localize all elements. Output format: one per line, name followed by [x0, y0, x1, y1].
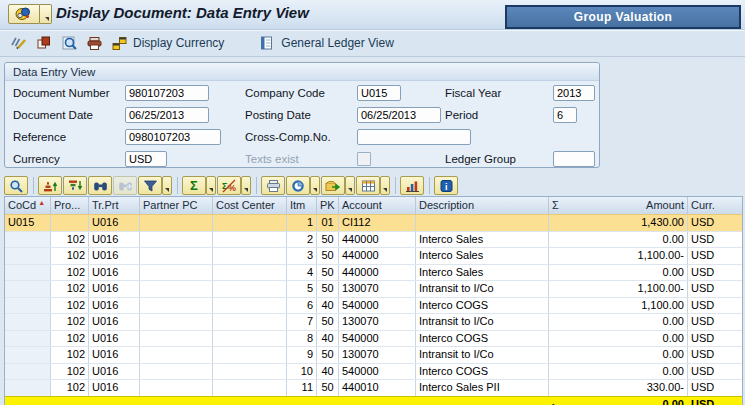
- col-header-cocd[interactable]: CoCd▲: [5, 197, 51, 214]
- cell-curr: USD: [688, 347, 731, 363]
- group-valuation-button[interactable]: Group Valuation: [505, 5, 741, 29]
- reference-field[interactable]: [125, 129, 221, 145]
- table-row[interactable]: 102U016640540000Interco COGS1,100.00USD: [5, 297, 742, 314]
- cell-cost-center: [213, 281, 287, 297]
- filter-button[interactable]: [138, 176, 162, 195]
- general-ledger-icon[interactable]: [256, 33, 278, 53]
- cell-itm: 6: [287, 298, 317, 314]
- cell-itm: 2: [287, 232, 317, 248]
- filter-icon: [143, 179, 158, 193]
- sort-ascending-button[interactable]: [38, 176, 62, 195]
- display-change-icon[interactable]: [8, 33, 30, 53]
- texts-exist-label: Texts exist: [245, 153, 299, 165]
- table-row[interactable]: 102U016350440000Interco Sales1,100.00-US…: [5, 247, 742, 264]
- layout-dropdown[interactable]: [380, 176, 390, 195]
- cell-partner-pc: [140, 347, 213, 363]
- export-dropdown[interactable]: [345, 176, 355, 195]
- document-date-field[interactable]: [125, 107, 209, 123]
- find-button[interactable]: [88, 176, 112, 195]
- cell-pk: 40: [317, 364, 339, 380]
- general-ledger-view-button[interactable]: General Ledger View: [281, 36, 394, 50]
- company-code-field[interactable]: [357, 85, 401, 101]
- export-button[interactable]: [321, 176, 345, 195]
- table-row[interactable]: 102U016550130070Intransit to I/Co1,100.0…: [5, 280, 742, 297]
- subtotal-button[interactable]: Σ %: [217, 176, 241, 195]
- print-icon[interactable]: [83, 33, 105, 53]
- other-document-icon[interactable]: [33, 33, 55, 53]
- ledger-group-field[interactable]: [553, 151, 595, 167]
- table-row[interactable]: 102U016950130070Intransit to I/Co0.00USD: [5, 346, 742, 363]
- cell-pk: 50: [317, 314, 339, 330]
- total-row: ▪ 0.00 USD: [5, 396, 742, 405]
- cell-itm: 9: [287, 347, 317, 363]
- views-dropdown[interactable]: [310, 176, 320, 195]
- cell-cost-center: [213, 347, 287, 363]
- cell-pro: 102: [51, 232, 89, 248]
- cell-cocd: [5, 232, 51, 248]
- total-currency: USD: [688, 397, 731, 405]
- cell-curr: USD: [688, 232, 731, 248]
- detail-button[interactable]: [4, 176, 28, 195]
- cross-comp-no-field[interactable]: [357, 129, 471, 145]
- cell-itm: 8: [287, 331, 317, 347]
- sigma-symbol: Σ: [552, 197, 559, 214]
- display-currency-button[interactable]: Display Currency: [133, 36, 224, 50]
- posting-date-field[interactable]: [357, 107, 441, 123]
- sort-descending-button[interactable]: [63, 176, 87, 195]
- fiscal-year-field[interactable]: [553, 85, 595, 101]
- currency-field[interactable]: [125, 151, 167, 167]
- cell-pk: 50: [317, 380, 339, 396]
- window-icon-dropdown[interactable]: [40, 4, 52, 24]
- document-number-field[interactable]: [125, 85, 209, 101]
- col-header-pk[interactable]: PK: [317, 197, 339, 214]
- table-row[interactable]: 102U016840540000Interco COGS0.00USD: [5, 330, 742, 347]
- svg-text:i: i: [445, 181, 448, 191]
- table-row[interactable]: 102U016450440000Interco Sales0.00USD: [5, 264, 742, 281]
- table-row[interactable]: 102U016250440000Interco Sales0.00USD: [5, 231, 742, 248]
- total-dropdown[interactable]: [206, 176, 216, 195]
- layout-button[interactable]: [356, 176, 380, 195]
- cell-description: Interco Sales: [416, 232, 549, 248]
- subtotal-dropdown[interactable]: [241, 176, 251, 195]
- views-icon: [291, 179, 306, 193]
- table-row[interactable]: 102U016750130070Intransit to I/Co0.00USD: [5, 313, 742, 330]
- col-header-partner-pc[interactable]: Partner PC: [140, 197, 213, 214]
- graphic-button[interactable]: [400, 176, 424, 195]
- cell-amount: 0.00: [549, 232, 688, 248]
- cell-account: 540000: [339, 298, 416, 314]
- cell-description: Intransit to I/Co: [416, 281, 549, 297]
- filter-dropdown[interactable]: [162, 176, 172, 195]
- col-header-trprt[interactable]: Tr.Prt: [89, 197, 140, 214]
- col-header-cost-center[interactable]: Cost Center: [213, 197, 287, 214]
- print-button[interactable]: [261, 176, 285, 195]
- col-header-itm[interactable]: Itm: [287, 197, 317, 214]
- total-amount: 0.00: [663, 397, 684, 405]
- data-entry-view-panel: Data Entry View Document Number Company …: [4, 62, 600, 168]
- svg-text:%: %: [228, 183, 236, 193]
- dropdown-arrow-icon: [383, 188, 387, 192]
- dropdown-arrow-icon: [209, 188, 213, 192]
- views-button[interactable]: [286, 176, 310, 195]
- table-row[interactable]: U015U016101CI1121,430.00USD: [5, 214, 742, 231]
- col-header-description[interactable]: Description: [416, 197, 549, 214]
- display-currency-icon[interactable]: [108, 33, 130, 53]
- currency-label: Currency: [13, 153, 60, 165]
- display-document-icon[interactable]: [58, 33, 80, 53]
- detail-icon: [9, 179, 24, 193]
- col-header-amount[interactable]: ΣAmount: [549, 197, 688, 214]
- total-button[interactable]: Σ: [182, 176, 206, 195]
- sap-document-icon[interactable]: [8, 4, 40, 24]
- cell-cocd: [5, 364, 51, 380]
- cell-cost-center: [213, 331, 287, 347]
- table-row[interactable]: 102U0161150440010Interco Sales PII330.00…: [5, 379, 742, 396]
- col-header-curr[interactable]: Curr.: [688, 197, 731, 214]
- cell-account: 540000: [339, 364, 416, 380]
- find-next-button[interactable]: [113, 176, 137, 195]
- col-header-pro[interactable]: Pro...: [51, 197, 89, 214]
- info-button[interactable]: i: [434, 176, 458, 195]
- table-row[interactable]: 102U0161040540000Interco COGS0.00USD: [5, 363, 742, 380]
- cell-pk: 50: [317, 281, 339, 297]
- cell-amount: 330.00-: [549, 380, 688, 396]
- col-header-account[interactable]: Account: [339, 197, 416, 214]
- period-field[interactable]: [553, 107, 577, 123]
